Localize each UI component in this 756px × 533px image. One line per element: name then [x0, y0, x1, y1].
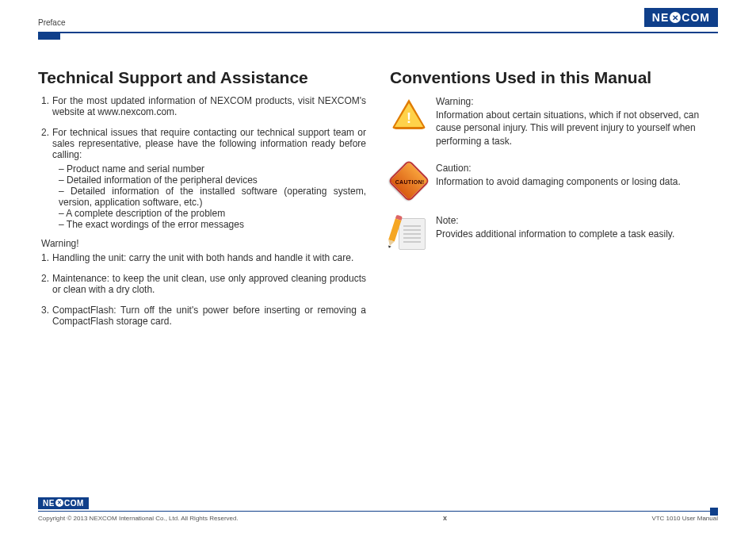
convention-caution: CAUTION! Caution: Information to avoid d…: [390, 162, 718, 200]
warning-icon: !: [390, 95, 428, 133]
brand-logo: NE✕COM: [644, 8, 718, 27]
right-column: Conventions Used in this Manual ! Warnin…: [390, 68, 718, 330]
convention-body: Provides additional information to compl…: [436, 228, 674, 240]
item-text: For technical issues that require contac…: [52, 127, 366, 160]
list-item: 2. For technical issues that require con…: [41, 127, 366, 160]
support-sublist: Product name and serial number Detailed …: [38, 163, 366, 230]
left-heading: Technical Support and Assistance: [38, 68, 366, 87]
item-number: 3.: [41, 305, 52, 327]
warning-list: 3. CompactFlash: Turn off the unit's pow…: [38, 305, 366, 327]
convention-body: Information to avoid damaging components…: [436, 176, 681, 187]
footer-logo: NE✕COM: [38, 497, 89, 509]
header-tab-block: [38, 32, 60, 40]
sublist-item: Detailed information of the installed so…: [59, 186, 366, 208]
footer-page-number: x: [443, 514, 447, 522]
warning-heading: Warning!: [41, 238, 366, 249]
sublist-item: A complete description of the problem: [59, 208, 366, 219]
convention-note: Note: Provides additional information to…: [390, 214, 718, 252]
caution-icon: CAUTION!: [390, 162, 428, 200]
convention-title: Warning:: [436, 95, 718, 108]
warning-list: 2. Maintenance: to keep the unit clean, …: [38, 273, 366, 295]
list-item: 1. For the most updated information of N…: [41, 95, 366, 117]
sublist-item: The exact wordings of the error messages: [59, 219, 366, 230]
note-icon: [390, 214, 428, 252]
header-rule: [38, 32, 718, 33]
list-item: 3. CompactFlash: Turn off the unit's pow…: [41, 305, 366, 327]
item-number: 2.: [41, 273, 52, 295]
item-number: 2.: [41, 127, 52, 160]
footer-doc-title: VTC 1010 User Manual: [651, 515, 718, 522]
list-item: 2. Maintenance: to keep the unit clean, …: [41, 273, 366, 295]
item-text: Handling the unit: carry the unit with b…: [52, 252, 366, 263]
item-number: 1.: [41, 252, 52, 263]
support-list: 2. For technical issues that require con…: [38, 127, 366, 160]
sublist-item: Detailed information of the peripheral d…: [59, 174, 366, 186]
left-column: Technical Support and Assistance 1. For …: [38, 68, 366, 330]
page-footer: NE✕COM Copyright © 2013 NEXCOM Internati…: [38, 495, 718, 523]
footer-rule: [38, 511, 718, 512]
convention-warning: ! Warning: Information about certain sit…: [390, 95, 718, 148]
item-number: 1.: [41, 95, 52, 117]
item-text: Maintenance: to keep the unit clean, use…: [52, 273, 366, 295]
item-text: For the most updated information of NEXC…: [52, 95, 366, 117]
item-text: CompactFlash: Turn off the unit's power …: [52, 305, 366, 327]
support-list: 1. For the most updated information of N…: [38, 95, 366, 117]
footer-copyright: Copyright © 2013 NEXCOM International Co…: [38, 515, 239, 522]
list-item: 1. Handling the unit: carry the unit wit…: [41, 252, 366, 263]
convention-title: Note:: [436, 214, 674, 227]
right-heading: Conventions Used in this Manual: [390, 68, 718, 87]
convention-body: Information about certain situations, wh…: [436, 109, 699, 146]
convention-title: Caution:: [436, 162, 681, 174]
header-section-label: Preface: [38, 18, 65, 27]
warning-list: 1. Handling the unit: carry the unit wit…: [38, 252, 366, 263]
sublist-item: Product name and serial number: [59, 163, 366, 174]
